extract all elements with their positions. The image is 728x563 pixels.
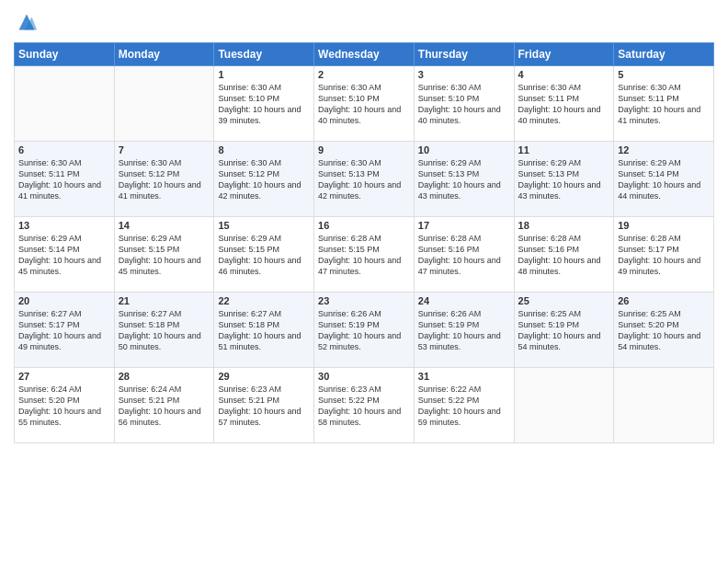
day-info: Sunrise: 6:24 AMSunset: 5:21 PMDaylight:…: [119, 384, 210, 429]
day-info: Sunrise: 6:28 AMSunset: 5:15 PMDaylight:…: [318, 233, 410, 278]
calendar-day-cell: 27Sunrise: 6:24 AMSunset: 5:20 PMDayligh…: [15, 368, 115, 443]
calendar-day-cell: 25Sunrise: 6:25 AMSunset: 5:19 PMDayligh…: [514, 293, 614, 368]
day-number: 15: [218, 220, 310, 231]
day-info: Sunrise: 6:23 AMSunset: 5:21 PMDaylight:…: [218, 384, 310, 429]
day-info: Sunrise: 6:29 AMSunset: 5:15 PMDaylight:…: [218, 233, 310, 278]
day-number: 20: [18, 295, 110, 306]
calendar-day-cell: 30Sunrise: 6:23 AMSunset: 5:22 PMDayligh…: [314, 368, 415, 443]
calendar-day-cell: 16Sunrise: 6:28 AMSunset: 5:15 PMDayligh…: [314, 217, 415, 293]
logo-icon: [14, 9, 40, 35]
day-number: 25: [518, 295, 610, 306]
day-number: 19: [618, 220, 710, 231]
day-header-tuesday: Tuesday: [214, 43, 314, 66]
calendar-day-cell: 10Sunrise: 6:29 AMSunset: 5:13 PMDayligh…: [414, 142, 514, 217]
header: [14, 9, 714, 35]
day-info: Sunrise: 6:22 AMSunset: 5:22 PMDaylight:…: [418, 384, 510, 429]
day-number: 3: [418, 69, 510, 80]
calendar-day-cell: 19Sunrise: 6:28 AMSunset: 5:17 PMDayligh…: [614, 217, 714, 293]
day-header-saturday: Saturday: [614, 43, 714, 66]
day-info: Sunrise: 6:29 AMSunset: 5:14 PMDaylight:…: [618, 157, 710, 202]
page: SundayMondayTuesdayWednesdayThursdayFrid…: [0, 0, 728, 563]
day-number: 21: [119, 295, 210, 306]
calendar-day-cell: 12Sunrise: 6:29 AMSunset: 5:14 PMDayligh…: [614, 142, 714, 217]
day-info: Sunrise: 6:26 AMSunset: 5:19 PMDaylight:…: [318, 308, 410, 353]
calendar-day-cell: 17Sunrise: 6:28 AMSunset: 5:16 PMDayligh…: [414, 217, 514, 293]
day-number: 9: [318, 144, 410, 155]
calendar-week-row: 20Sunrise: 6:27 AMSunset: 5:17 PMDayligh…: [15, 293, 714, 368]
day-header-wednesday: Wednesday: [314, 43, 415, 66]
day-info: Sunrise: 6:30 AMSunset: 5:10 PMDaylight:…: [218, 82, 310, 127]
calendar-day-cell: 2Sunrise: 6:30 AMSunset: 5:10 PMDaylight…: [314, 66, 415, 142]
calendar-header-row: SundayMondayTuesdayWednesdayThursdayFrid…: [15, 43, 714, 66]
day-info: Sunrise: 6:27 AMSunset: 5:18 PMDaylight:…: [218, 308, 310, 353]
day-info: Sunrise: 6:26 AMSunset: 5:19 PMDaylight:…: [418, 308, 510, 353]
calendar-week-row: 1Sunrise: 6:30 AMSunset: 5:10 PMDaylight…: [15, 66, 714, 142]
day-number: 30: [318, 371, 410, 382]
calendar-table: SundayMondayTuesdayWednesdayThursdayFrid…: [14, 42, 714, 443]
day-info: Sunrise: 6:28 AMSunset: 5:16 PMDaylight:…: [418, 233, 510, 278]
calendar-day-cell: 3Sunrise: 6:30 AMSunset: 5:10 PMDaylight…: [414, 66, 514, 142]
calendar-day-cell: 23Sunrise: 6:26 AMSunset: 5:19 PMDayligh…: [314, 293, 415, 368]
day-info: Sunrise: 6:29 AMSunset: 5:14 PMDaylight:…: [18, 233, 110, 278]
day-info: Sunrise: 6:25 AMSunset: 5:20 PMDaylight:…: [618, 308, 710, 353]
day-header-sunday: Sunday: [15, 43, 115, 66]
calendar-day-cell: 8Sunrise: 6:30 AMSunset: 5:12 PMDaylight…: [214, 142, 314, 217]
day-info: Sunrise: 6:30 AMSunset: 5:11 PMDaylight:…: [18, 157, 110, 202]
day-number: 27: [18, 371, 110, 382]
calendar-day-cell: 24Sunrise: 6:26 AMSunset: 5:19 PMDayligh…: [414, 293, 514, 368]
calendar-day-cell: 29Sunrise: 6:23 AMSunset: 5:21 PMDayligh…: [214, 368, 314, 443]
calendar-day-cell: 18Sunrise: 6:28 AMSunset: 5:16 PMDayligh…: [514, 217, 614, 293]
day-number: 18: [518, 220, 610, 231]
day-info: Sunrise: 6:29 AMSunset: 5:15 PMDaylight:…: [119, 233, 210, 278]
day-number: 17: [418, 220, 510, 231]
day-info: Sunrise: 6:30 AMSunset: 5:10 PMDaylight:…: [418, 82, 510, 127]
day-info: Sunrise: 6:29 AMSunset: 5:13 PMDaylight:…: [518, 157, 610, 202]
calendar-day-cell: 6Sunrise: 6:30 AMSunset: 5:11 PMDaylight…: [15, 142, 115, 217]
day-number: 29: [218, 371, 310, 382]
day-number: 24: [418, 295, 510, 306]
day-info: Sunrise: 6:27 AMSunset: 5:18 PMDaylight:…: [119, 308, 210, 353]
day-info: Sunrise: 6:25 AMSunset: 5:19 PMDaylight:…: [518, 308, 610, 353]
calendar-day-cell: 9Sunrise: 6:30 AMSunset: 5:13 PMDaylight…: [314, 142, 415, 217]
day-number: 23: [318, 295, 410, 306]
calendar-week-row: 27Sunrise: 6:24 AMSunset: 5:20 PMDayligh…: [15, 368, 714, 443]
day-number: 28: [119, 371, 210, 382]
calendar-day-cell: 11Sunrise: 6:29 AMSunset: 5:13 PMDayligh…: [514, 142, 614, 217]
day-number: 8: [218, 144, 310, 155]
calendar-day-cell: 26Sunrise: 6:25 AMSunset: 5:20 PMDayligh…: [614, 293, 714, 368]
day-info: Sunrise: 6:27 AMSunset: 5:17 PMDaylight:…: [18, 308, 110, 353]
calendar-day-cell: 5Sunrise: 6:30 AMSunset: 5:11 PMDaylight…: [614, 66, 714, 142]
day-info: Sunrise: 6:30 AMSunset: 5:11 PMDaylight:…: [518, 82, 610, 127]
calendar-day-cell: 13Sunrise: 6:29 AMSunset: 5:14 PMDayligh…: [15, 217, 115, 293]
calendar-week-row: 6Sunrise: 6:30 AMSunset: 5:11 PMDaylight…: [15, 142, 714, 217]
calendar-day-cell: 1Sunrise: 6:30 AMSunset: 5:10 PMDaylight…: [214, 66, 314, 142]
day-number: 14: [119, 220, 210, 231]
day-number: 5: [618, 69, 710, 80]
day-number: 1: [218, 69, 310, 80]
logo: [14, 9, 41, 35]
calendar-day-cell: [114, 66, 214, 142]
calendar-day-cell: 7Sunrise: 6:30 AMSunset: 5:12 PMDaylight…: [114, 142, 214, 217]
calendar-day-cell: 20Sunrise: 6:27 AMSunset: 5:17 PMDayligh…: [15, 293, 115, 368]
day-number: 26: [618, 295, 710, 306]
day-number: 22: [218, 295, 310, 306]
day-header-thursday: Thursday: [414, 43, 514, 66]
day-info: Sunrise: 6:30 AMSunset: 5:11 PMDaylight:…: [618, 82, 710, 127]
day-number: 16: [318, 220, 410, 231]
day-info: Sunrise: 6:24 AMSunset: 5:20 PMDaylight:…: [18, 384, 110, 429]
day-info: Sunrise: 6:30 AMSunset: 5:12 PMDaylight:…: [119, 157, 210, 202]
day-number: 31: [418, 371, 510, 382]
calendar-day-cell: 22Sunrise: 6:27 AMSunset: 5:18 PMDayligh…: [214, 293, 314, 368]
day-info: Sunrise: 6:30 AMSunset: 5:10 PMDaylight:…: [318, 82, 410, 127]
day-number: 6: [18, 144, 110, 155]
calendar-day-cell: 15Sunrise: 6:29 AMSunset: 5:15 PMDayligh…: [214, 217, 314, 293]
day-number: 2: [318, 69, 410, 80]
day-info: Sunrise: 6:28 AMSunset: 5:17 PMDaylight:…: [618, 233, 710, 278]
calendar-day-cell: 28Sunrise: 6:24 AMSunset: 5:21 PMDayligh…: [114, 368, 214, 443]
calendar-day-cell: [15, 66, 115, 142]
day-info: Sunrise: 6:30 AMSunset: 5:13 PMDaylight:…: [318, 157, 410, 202]
day-number: 4: [518, 69, 610, 80]
day-header-monday: Monday: [114, 43, 214, 66]
calendar-day-cell: 31Sunrise: 6:22 AMSunset: 5:22 PMDayligh…: [414, 368, 514, 443]
calendar-day-cell: [514, 368, 614, 443]
